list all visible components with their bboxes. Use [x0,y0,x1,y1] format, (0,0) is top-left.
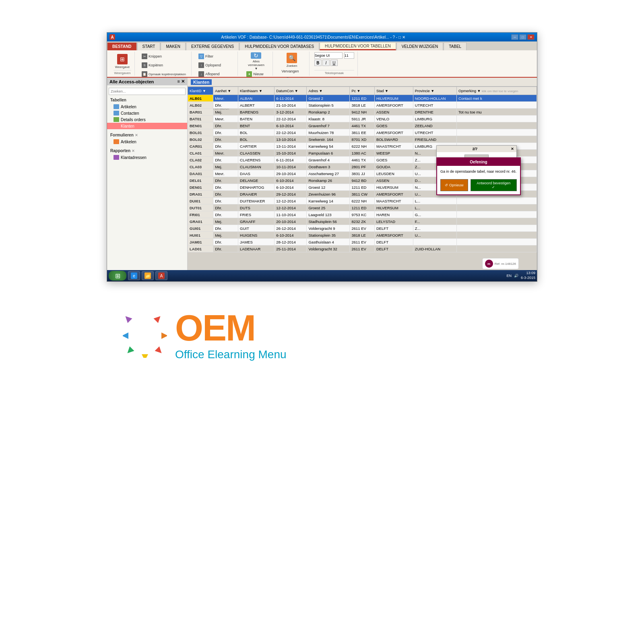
table-row[interactable]: BOL01Dhr.BOL22-12-2014Muurhuizen 783811 … [188,129,537,136]
screenshot-area: A Artikelen VOF : Database- C:\Users\d44… [107,32,537,282]
tab-bestand[interactable]: BESTAND [107,42,137,50]
weergave-button[interactable]: ⊞ Weergave [114,52,131,70]
table-title-bar: Klanten [188,78,537,87]
table-row[interactable]: CLA02Dhr.CLAERENS6-11-2014Gravenhof 4446… [188,157,537,163]
ie-icon: e [131,272,137,279]
rapporten-section-title: Rapporten ✕ [107,147,187,154]
table-row[interactable]: FRI01Dhr.FRIES11-10-2014Laagveld 1239753… [188,211,537,218]
nav-item-klanten[interactable]: Klanten [107,123,187,129]
oem-subtitle: Office Elearning Menu [175,348,287,361]
table-tab-klanten[interactable]: Klanten [191,79,212,85]
plakken-button[interactable]: 📋 Opmaak kopiëren/plakken [140,70,188,78]
ribbon-tabs: BESTAND START MAKEN EXTERNE GEGEVENS HUL… [107,41,537,50]
svg-marker-3 [161,332,167,339]
col-header-datumcon[interactable]: DatumCon ▼ [275,87,307,95]
col-header-klantnaam[interactable]: KlantNaam ▼ [238,87,275,95]
table-row[interactable]: CLA03Mej.CLAUSMAN10-11-2014Oosthaven 328… [188,163,537,170]
alles-vernieuwen-button[interactable]: ↻ Alles vernieuwen ▼ [247,52,265,70]
italic-button[interactable]: I [322,60,330,66]
sort-asc-icon: ↑ [198,62,204,68]
window-controls: ─ □ ✕ [511,34,535,40]
table-row[interactable]: CLA01Mevr.CLAASSEN15-10-2014Pampuslaan 6… [188,150,537,157]
oplopend-button[interactable]: ↑ Oplopend [196,61,235,69]
window-titlebar: A Artikelen VOF : Database- C:\Users\d44… [107,33,537,41]
access-logo-icon: A [109,34,115,40]
table-scroll-area[interactable]: KlantID ▼ Aanhet ▼ KlantNaam ▼ DatumCon … [188,87,537,273]
search-icon: 🔍 [287,53,297,63]
svg-marker-4 [125,346,134,355]
scissors-icon: ✂ [142,54,147,59]
table-icon-artikelen [114,104,119,109]
nav-item-details-orders[interactable]: Details orders [107,116,187,123]
underline-button[interactable]: U [330,60,338,66]
col-header-klantid[interactable]: KlantID ▼ [188,87,213,95]
tab-tabel[interactable]: TABEL [444,42,466,50]
oem-logo-container: OEM Office Elearning Menu [123,310,287,361]
minimize-button[interactable]: ─ [511,34,518,40]
nav-item-contacten[interactable]: Contacten [107,110,187,116]
copy-icon: ⎘ [142,62,147,68]
col-header-provincie[interactable]: Provincie ▼ [413,87,456,95]
volume-icon: 🔊 [514,274,518,278]
tab-externe-gegevens[interactable]: EXTERNE GEGEVENS [186,42,239,50]
nav-item-klantadressen[interactable]: Klantadressen [107,154,187,161]
nav-search-input[interactable] [109,88,186,95]
aflopend-button[interactable]: ↓ Aflopend [196,70,235,78]
table-row[interactable]: BAR01Mej.BARENDS3-12-2014Ronskamp 29412 … [188,109,537,116]
taskbar-ie[interactable]: e [128,271,140,280]
table-row[interactable]: DAA01Mevr.DAAS29-10-2014Asschatterweg 27… [188,170,537,177]
tab-maken[interactable]: MAKEN [161,42,186,50]
table-row[interactable]: GUI01Dhr.GUIT26-12-2014Voldersgracht 926… [188,225,537,232]
form-icon-artikelen [114,139,119,144]
folder-icon: 📁 [144,272,151,279]
svg-marker-0 [123,314,132,323]
svg-marker-5 [142,354,148,358]
font-selector[interactable] [314,52,343,59]
start-button[interactable]: ⊞ [109,271,126,281]
nav-item-artikelen[interactable]: Artikelen [107,103,187,110]
table-row[interactable]: ALB01Mevr.ALBAN6-11-2014Groest 21211 EDH… [188,95,537,102]
tab-start[interactable]: START [137,42,161,50]
maximize-button[interactable]: □ [519,34,526,40]
oem-arrows [123,314,167,358]
col-header-opmerking[interactable]: Opmerking ▼ klik om titel toe te voegen [457,87,537,95]
table-row[interactable]: ALB02Dhr.ALBERT21-10-2014Stationsplein 5… [188,102,537,109]
table-row[interactable]: BEN01Dhr.BENT6-10-2014Gravenhof 74461 TX… [188,122,537,129]
col-header-stad[interactable]: Stad ▼ [374,87,413,95]
kopieren-button[interactable]: ⎘ Kopiëren [140,61,188,69]
col-header-adres[interactable]: Adres ▼ [307,87,350,95]
tab-hulpmiddelen-databases[interactable]: HULPMIDDELEN VOOR DATABASES [239,42,319,50]
nav-pane: Alle Access-objecten ≡ ✕ Tabellen Artike… [107,78,188,281]
table-row[interactable]: JAM01Dhr.JAMES28-12-2014Gasthuislaan 426… [188,239,537,246]
table-row[interactable]: DEN01Dhr.DENHARTOG6-10-2014Groest 121211… [188,184,537,191]
font-size-selector[interactable] [344,52,354,59]
table-row[interactable]: DRA01Dhr.DRAAIER29-12-2014Zevenhuizen 96… [188,191,537,198]
table-row[interactable]: GRA01Mej.GRAAFF20-10-2014Stadhuisplein 5… [188,218,537,225]
table-row[interactable]: DEL01Dhr.DELANGE6-10-2014Ronskamp 269412… [188,177,537,184]
table-row[interactable]: BAT01Mevr.BATEN22-12-2014Klaastr. 85911 … [188,116,537,122]
bold-button[interactable]: B [314,60,322,66]
tab-hulpmiddelen-tabellen[interactable]: HULPMIDDELEN VOOR TABELLEN [320,42,396,50]
table-row[interactable]: CAR01Dhr.CARTIER13-11-2014Karreelweg 546… [188,143,537,150]
taskbar-explorer[interactable]: 📁 [142,271,154,280]
table-row[interactable]: HUI01Mej.HUIGENS6-10-2014Stationsplein 3… [188,232,537,239]
taskbar-access[interactable]: A [155,271,167,280]
nav-item-form-artikelen[interactable]: Artikelen [107,138,187,145]
table-row[interactable]: LAD01Dhr.LADENAAR25-11-2014Voldersgracht… [188,246,537,252]
close-button[interactable]: ✕ [527,34,535,40]
vervangen-button[interactable]: Vervangen [279,68,305,74]
ribbon-group-klembord: ✂ Knippen ⎘ Kopiëren 📋 Opmaak kopiëren/p… [136,52,192,76]
zoeken-button[interactable]: 🔍 Zoeken [283,52,301,68]
knippen-button[interactable]: ✂ Knippen [140,52,188,60]
nieuw-button[interactable]: ✦ Nieuw [244,70,269,78]
access-taskbar-icon: A [158,272,165,279]
col-header-pc[interactable]: Pc ▼ [350,87,374,95]
table-row[interactable]: DUI01Dhr.DUITEMAKER12-12-2014Karreelweg … [188,198,537,204]
table-row[interactable]: DUT01Dhr.DUTS12-12-2014Groest 251211 EDH… [188,204,537,211]
tab-velden-wijzigen[interactable]: VELDEN WIJZIGEN [396,42,444,50]
ribbon-group-sorteren: ▽ Filter ↑ Oplopend ↓ Aflopend Sortering… [193,52,238,76]
filter-button[interactable]: ▽ Filter [196,52,235,60]
table-row[interactable]: BOL02Dhr.BOL13-10-2014Snekerstr. 1648701… [188,136,537,143]
data-area: Klanten KlantID ▼ Aanhet ▼ KlantNaam ▼ D… [188,78,537,281]
col-header-aanhet[interactable]: Aanhet ▼ [213,87,238,95]
